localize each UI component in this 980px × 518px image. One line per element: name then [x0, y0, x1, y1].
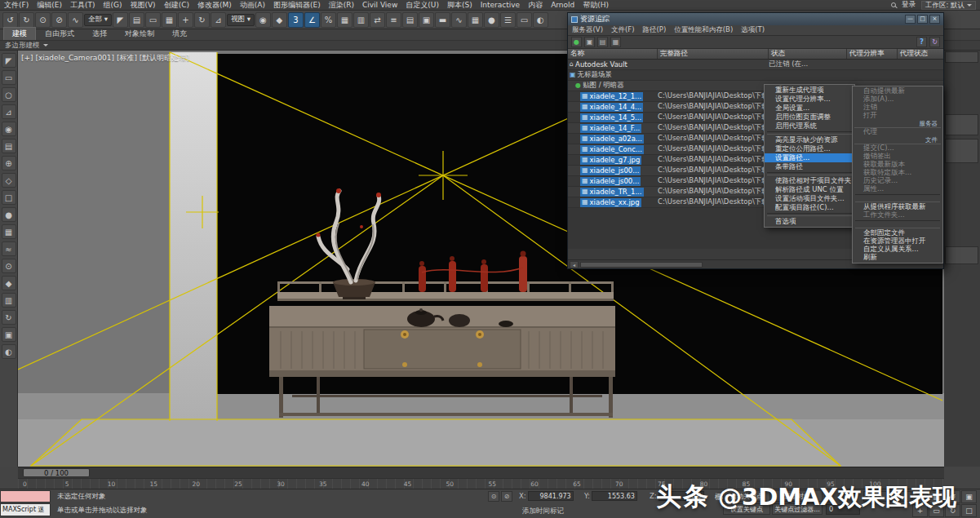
ribbon-tab[interactable]: 对象绘制 [116, 27, 163, 40]
dialog-menu-item[interactable]: 选项(T) [737, 25, 769, 35]
isolate-selection-toggle-icon[interactable]: ⊙ [488, 491, 499, 502]
selection-filter-dropdown[interactable]: 全部 ▾ [84, 14, 112, 26]
select-and-move-icon[interactable]: + [178, 12, 193, 28]
status-dot-icon[interactable]: ● [571, 37, 582, 47]
curve-editor-icon[interactable]: ∿ [451, 12, 467, 28]
ribbon-toggle-icon[interactable]: ▬ [435, 12, 450, 28]
panel-tool-icon[interactable]: ▣ [2, 327, 16, 342]
menu-item[interactable]: 设置代理分辨率... [765, 95, 854, 104]
menu-item[interactable]: Civil View [358, 1, 401, 9]
window-crossing-icon[interactable]: ▦ [162, 12, 177, 28]
column-header[interactable]: 代理状态 [898, 49, 943, 59]
menu-item[interactable]: 解析路径成 UNC 位置 [765, 185, 854, 194]
bind-to-space-warp-icon[interactable]: ∿ [68, 12, 83, 28]
menu-item[interactable]: 全局设置... [765, 104, 854, 113]
half-tool-icon[interactable]: ◐ [2, 344, 16, 359]
selection-lock-toggle-icon[interactable]: ⊘ [501, 491, 512, 502]
column-header[interactable]: 名称 [568, 49, 658, 59]
rendered-frame-window-icon[interactable]: ▭ [517, 12, 532, 28]
undo-icon[interactable]: ↺ [2, 12, 18, 28]
table-row[interactable]: Autodesk Vault 已注销 (在... [568, 60, 943, 70]
menu-item[interactable]: Arnold [547, 1, 579, 9]
snaps-toggle-icon[interactable]: 3 [288, 12, 304, 28]
menu-item[interactable]: 视图(V) [126, 0, 159, 11]
rotate-tool-icon[interactable]: ↻ [2, 310, 16, 325]
menu-item[interactable]: 首选项 [765, 217, 854, 226]
target-tool-icon[interactable]: ⊙ [2, 259, 16, 273]
menu-item[interactable]: 高亮显示缺少的资源 [765, 135, 854, 144]
menu-item[interactable]: 启用代理系统 [765, 122, 854, 131]
unlink-selection-icon[interactable]: ⊘ [51, 12, 67, 28]
x-coordinate-field[interactable]: X:9841.973 [519, 491, 574, 501]
ribbon-tab[interactable]: 选择 [83, 27, 116, 40]
layer-explorer-icon[interactable]: ▣ [419, 12, 434, 28]
menu-item[interactable]: 工作文件夹... [853, 211, 942, 219]
circle-tool-icon[interactable]: ○ [2, 87, 16, 102]
add-tool-icon[interactable]: ⊕ [2, 156, 16, 170]
reference-coordinate-dropdown[interactable]: 视图 ▾ [227, 14, 255, 26]
rectangular-selection-region-icon[interactable]: ▭ [145, 12, 161, 28]
menu-item[interactable] [767, 172, 852, 175]
angle-snap-icon[interactable]: ∠ [304, 12, 320, 28]
y-coordinate-field[interactable]: Y:1553.63 [584, 491, 637, 501]
menu-item[interactable] [767, 131, 852, 135]
menu-item[interactable]: 重新生成代理项 [765, 86, 854, 95]
close-icon[interactable]: × [929, 15, 940, 24]
menu-item[interactable]: 设置活动项目文件夹... [765, 194, 854, 203]
menu-item[interactable]: 渲染(R) [325, 0, 358, 11]
align-icon[interactable]: ≡ [386, 12, 401, 28]
menu-item[interactable]: 打开 [853, 112, 942, 120]
menu-item[interactable]: 文件(F) [0, 0, 33, 11]
ribbon-tab[interactable]: 填充 [163, 27, 196, 40]
select-object-icon[interactable]: ◤ [113, 12, 128, 28]
scene-explorer-icon[interactable]: ▤ [402, 12, 418, 28]
sign-in-button[interactable]: 登录 [902, 0, 916, 10]
grid-tool-icon[interactable]: ▦ [2, 224, 16, 239]
menu-item[interactable]: 内容 [524, 0, 547, 11]
named-selection-sets-icon[interactable]: ▥ [353, 12, 369, 28]
column-header[interactable]: 状态 [769, 49, 847, 59]
menu-item[interactable]: 编辑(E) [33, 0, 66, 11]
column-header[interactable]: 完整路径 [658, 49, 769, 59]
search-icon[interactable] [891, 2, 896, 7]
spinner-snap-icon[interactable]: ▦ [337, 12, 353, 28]
table-view-icon[interactable]: ▦ [610, 37, 621, 47]
viewport-nav-icon[interactable]: ▣ [961, 490, 977, 503]
percent-snap-icon[interactable]: % [321, 12, 336, 28]
ribbon-tab[interactable]: 建模 [3, 27, 36, 40]
rectangle-tool-icon[interactable]: ▭ [2, 70, 16, 85]
gem-tool-icon[interactable]: ◆ [2, 276, 16, 290]
dot-tool-icon[interactable]: ● [2, 207, 16, 222]
ribbon-tab[interactable]: 自由形式 [36, 27, 83, 40]
column-header[interactable]: 代理分辨率 [847, 49, 898, 59]
help-icon[interactable]: ? [916, 37, 927, 47]
rows-tool-icon[interactable]: ▥ [2, 293, 16, 308]
menu-item[interactable] [855, 194, 940, 202]
select-and-rotate-icon[interactable]: ↻ [194, 12, 210, 28]
scale-tool-icon[interactable]: ⊿ [2, 104, 16, 119]
select-and-scale-icon[interactable]: ⊿ [211, 12, 226, 28]
render-production-icon[interactable]: ◐ [533, 12, 548, 28]
viewport-nav-icon[interactable]: □ [961, 504, 977, 517]
menu-item[interactable]: 重定位公用路径... [765, 144, 854, 153]
viewport-label[interactable]: [+] [xiadele_Camera001] [标准] [默认明暗处理] [21, 53, 189, 64]
schematic-view-icon[interactable]: ▦ [468, 12, 483, 28]
scroll-left-icon[interactable]: ◂ [570, 261, 579, 268]
scrollbar-thumb[interactable] [580, 262, 703, 268]
macro-recorder-field[interactable] [0, 490, 51, 503]
ribbon-section-label[interactable]: 多边形建模 [5, 41, 40, 51]
menu-item[interactable]: 配置项目路径(C)... [765, 203, 854, 212]
select-and-link-icon[interactable]: ⊙ [35, 12, 51, 28]
diamond-tool-icon[interactable]: ◇ [2, 173, 16, 188]
menu-item[interactable]: 动画(A) [236, 0, 269, 11]
menu-item[interactable]: 图形编辑器(E) [269, 0, 325, 11]
menu-item[interactable]: 刷新 [853, 254, 942, 262]
pivot-tool-icon[interactable]: ◉ [2, 122, 16, 136]
workspace-selector[interactable]: 工作区: 默认 [921, 1, 976, 10]
menu-item[interactable]: 启用位图页面调整 [765, 113, 854, 122]
select-and-manipulate-icon[interactable]: ◆ [272, 12, 287, 28]
menu-item[interactable]: 属性... [853, 185, 942, 193]
refresh-icon[interactable]: ↻ [929, 37, 940, 47]
menu-item[interactable]: 条带路径 [765, 162, 854, 171]
add-time-tag[interactable]: 添加时间标记 [522, 507, 564, 516]
